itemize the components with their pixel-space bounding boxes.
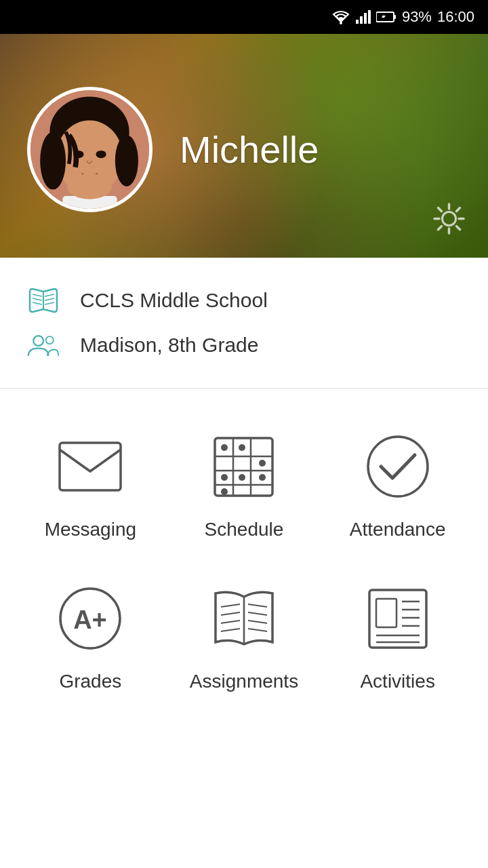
svg-rect-1 — [356, 20, 359, 24]
svg-point-37 — [259, 460, 266, 467]
svg-line-51 — [248, 612, 267, 615]
class-name: Madison, 8th Grade — [80, 334, 258, 357]
people-icon — [27, 332, 60, 358]
clock: 16:00 — [437, 8, 474, 26]
menu-item-schedule[interactable]: Schedule — [167, 429, 321, 540]
class-row: Madison, 8th Grade — [27, 323, 461, 368]
svg-point-42 — [368, 437, 428, 496]
menu-item-messaging[interactable]: Messaging — [14, 429, 167, 540]
menu-item-grades[interactable]: A+ Grades — [14, 581, 167, 692]
school-icon — [27, 286, 60, 315]
status-bar: 93% 16:00 — [0, 0, 488, 34]
svg-line-52 — [248, 620, 267, 623]
schedule-label: Schedule — [205, 519, 284, 540]
assignments-icon — [210, 587, 278, 651]
book-icon — [27, 288, 60, 313]
svg-line-48 — [221, 620, 240, 623]
svg-point-13 — [96, 150, 106, 157]
attendance-icon-wrap — [361, 429, 435, 504]
svg-point-11 — [115, 135, 138, 186]
attendance-icon — [364, 433, 432, 500]
menu-item-assignments[interactable]: Assignments — [167, 581, 321, 692]
svg-point-39 — [239, 474, 245, 481]
messaging-icon-wrap — [53, 429, 127, 504]
grades-icon-wrap: A+ — [53, 581, 127, 656]
menu-grid: Messaging Schedule — [0, 389, 488, 719]
svg-point-41 — [221, 488, 228, 495]
svg-point-36 — [239, 444, 245, 451]
profile-name: Michelle — [180, 127, 319, 172]
grades-icon: A+ — [56, 585, 124, 652]
wifi-icon — [331, 9, 350, 24]
svg-point-15 — [67, 173, 112, 199]
schedule-icon-wrap — [207, 429, 281, 504]
school-name: CCLS Middle School — [80, 289, 268, 312]
svg-text:A+: A+ — [74, 606, 108, 634]
svg-line-50 — [248, 604, 267, 607]
assignments-label: Assignments — [190, 671, 298, 692]
svg-line-53 — [248, 629, 267, 631]
svg-line-49 — [221, 629, 240, 631]
activities-icon-wrap — [361, 581, 435, 656]
svg-rect-2 — [360, 16, 363, 24]
profile-content: Michelle — [0, 34, 488, 258]
menu-item-attendance[interactable]: Attendance — [321, 429, 474, 540]
messaging-icon — [56, 439, 124, 494]
svg-point-27 — [46, 336, 54, 344]
profile-header: Michelle — [0, 34, 488, 258]
svg-rect-55 — [376, 599, 396, 627]
menu-item-activities[interactable]: Activities — [321, 581, 474, 692]
battery-icon — [376, 11, 396, 23]
battery-percent: 93% — [402, 8, 432, 26]
svg-rect-5 — [376, 12, 394, 22]
svg-rect-3 — [364, 13, 367, 24]
avatar-image — [30, 87, 149, 212]
activities-label: Activities — [360, 671, 434, 692]
svg-point-40 — [259, 474, 266, 481]
avatar — [27, 87, 152, 212]
school-row: CCLS Middle School — [27, 278, 461, 323]
svg-point-10 — [40, 132, 66, 189]
svg-point-35 — [221, 444, 228, 451]
svg-rect-6 — [394, 15, 396, 19]
svg-rect-28 — [60, 443, 121, 490]
svg-point-12 — [73, 150, 83, 157]
assignments-icon-wrap — [207, 581, 281, 656]
activities-icon — [364, 587, 432, 651]
svg-point-38 — [221, 474, 228, 481]
messaging-label: Messaging — [45, 519, 136, 540]
svg-rect-4 — [368, 10, 371, 24]
info-section: CCLS Middle School Madison, 8th Grade — [0, 258, 488, 389]
svg-point-26 — [33, 336, 43, 346]
schedule-icon — [211, 435, 276, 499]
attendance-label: Attendance — [350, 519, 446, 540]
grades-label: Grades — [59, 671, 121, 692]
svg-point-0 — [340, 22, 342, 24]
signal-icon — [356, 10, 371, 24]
svg-line-47 — [221, 612, 240, 615]
status-icons: 93% 16:00 — [331, 8, 474, 26]
class-icon — [27, 331, 60, 359]
svg-line-46 — [221, 604, 240, 607]
